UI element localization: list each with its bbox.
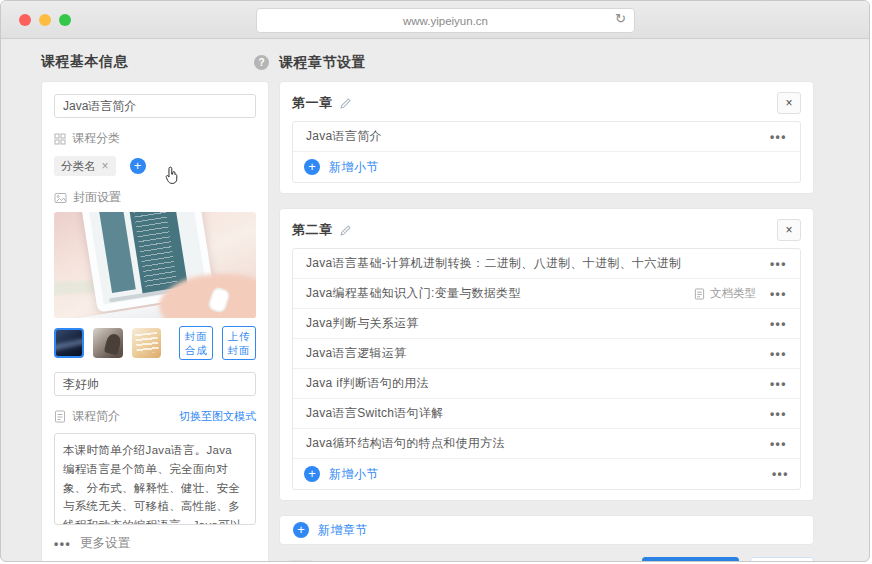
cover-thumbnails: 封面合成 上传封面 bbox=[54, 326, 256, 360]
cover-thumbnail-3[interactable] bbox=[132, 328, 162, 358]
remove-chapter-button[interactable] bbox=[777, 92, 801, 114]
section-row[interactable]: Java循环结构语句的特点和使用方法 bbox=[293, 428, 800, 458]
footer-actions: 更新课程是否通知 ! 确定保存 bbox=[279, 557, 814, 562]
confirm-save-button[interactable]: 确定保存 bbox=[642, 557, 739, 562]
course-title-input[interactable] bbox=[54, 94, 256, 118]
chapter-1-section-list: Java语言简介 新增小节 bbox=[292, 121, 801, 183]
more-settings-button[interactable]: 更多设置 bbox=[54, 535, 256, 552]
browser-window: www.yipeiyun.cn ↻ 课程基本信息 ? 课程章节设置 bbox=[0, 0, 870, 562]
section-row[interactable]: Java if判断语句的用法 bbox=[293, 368, 800, 398]
grid-icon bbox=[54, 133, 66, 145]
more-menu-icon[interactable] bbox=[770, 377, 787, 391]
reload-icon[interactable]: ↻ bbox=[615, 11, 626, 26]
add-category-button[interactable] bbox=[130, 158, 146, 174]
cover-label: 封面设置 bbox=[73, 189, 121, 206]
cancel-button[interactable]: 取消 bbox=[750, 557, 814, 562]
add-chapter-button[interactable]: 新增章节 bbox=[279, 515, 814, 545]
right-panel-title: 课程章节设置 bbox=[279, 54, 366, 70]
image-icon bbox=[54, 192, 67, 204]
chapter-settings-column: 第一章 Java语言简介 新增小节 bbox=[279, 81, 814, 562]
notify-label: 更新课程是否通知 bbox=[329, 562, 429, 563]
edit-chapter-icon[interactable] bbox=[340, 98, 351, 109]
traffic-lights bbox=[19, 14, 71, 26]
doc-type-badge: 文档类型 bbox=[694, 286, 756, 301]
section-row[interactable]: Java语言基础-计算机进制转换：二进制、八进制、十进制、十六进制 bbox=[293, 249, 800, 278]
category-tags: 分类名 bbox=[54, 155, 256, 177]
more-menu-icon[interactable] bbox=[770, 287, 787, 301]
page-content: 课程基本信息 ? 课程章节设置 课程分类 bbox=[1, 39, 869, 562]
add-section-button[interactable]: 新增小节 bbox=[293, 151, 800, 182]
remove-chapter-button[interactable] bbox=[777, 219, 801, 241]
more-menu-icon[interactable] bbox=[770, 407, 787, 421]
chapter-2-section-list: Java语言基础-计算机进制转换：二进制、八进制、十进制、十六进制 Java编程… bbox=[292, 248, 801, 490]
section-row[interactable]: Java语言逻辑运算 bbox=[293, 338, 800, 368]
plus-circle-icon bbox=[304, 466, 320, 482]
notify-toggle[interactable] bbox=[283, 560, 319, 562]
edit-chapter-icon[interactable] bbox=[340, 225, 351, 236]
left-panel-header: 课程基本信息 ? bbox=[41, 53, 269, 71]
document-icon bbox=[54, 410, 66, 423]
browser-chrome: www.yipeiyun.cn ↻ bbox=[1, 1, 869, 39]
right-panel-header: 课程章节设置 bbox=[279, 53, 366, 72]
section-row[interactable]: Java语言简介 bbox=[293, 122, 800, 151]
intro-label: 课程简介 bbox=[72, 408, 120, 425]
more-menu-icon[interactable] bbox=[770, 437, 787, 451]
left-panel-title: 课程基本信息 bbox=[41, 53, 128, 71]
section-row[interactable]: Java判断与关系运算 bbox=[293, 308, 800, 338]
intro-label-row: 课程简介 切换至图文模式 bbox=[54, 408, 256, 425]
add-section-button[interactable]: 新增小节 bbox=[293, 458, 800, 489]
section-row[interactable]: Java编程基础知识入门:变量与数据类型 文档类型 bbox=[293, 278, 800, 308]
cover-thumbnail-2[interactable] bbox=[93, 328, 123, 358]
page-header: 课程基本信息 ? 课程章节设置 bbox=[41, 49, 869, 75]
category-label: 课程分类 bbox=[72, 130, 120, 147]
chapter-card-2: 第二章 Java语言基础-计算机进制转换：二进制、八进制、十进制、十六进制 Ja… bbox=[279, 208, 814, 501]
category-label-row: 课程分类 bbox=[54, 130, 256, 147]
close-window-button[interactable] bbox=[19, 14, 31, 26]
category-tag-label: 分类名 bbox=[61, 159, 96, 174]
section-row[interactable]: Java语言Switch语句详解 bbox=[293, 398, 800, 428]
chapter-1-header: 第一章 bbox=[292, 92, 801, 114]
plus-circle-icon bbox=[293, 522, 309, 538]
cover-thumbnail-selected[interactable] bbox=[54, 328, 84, 358]
course-basic-info-card: 课程分类 分类名 bbox=[41, 81, 269, 562]
help-icon[interactable]: ? bbox=[254, 55, 269, 70]
cover-label-row: 封面设置 bbox=[54, 189, 256, 206]
course-intro-textarea[interactable]: 本课时简单介绍Java语言。Java 编程语言是个简单、完全面向对象、分布式、解… bbox=[54, 433, 256, 525]
ellipsis-icon bbox=[54, 537, 71, 551]
document-icon bbox=[694, 288, 705, 300]
plus-circle-icon bbox=[304, 159, 320, 175]
teacher-name-input[interactable] bbox=[54, 372, 256, 396]
chapter-2-title: 第二章 bbox=[292, 221, 333, 239]
chapter-1-title: 第一章 bbox=[292, 94, 333, 112]
maximize-window-button[interactable] bbox=[59, 14, 71, 26]
more-settings-label: 更多设置 bbox=[80, 535, 130, 552]
cover-preview-image bbox=[54, 212, 256, 318]
category-tag: 分类名 bbox=[54, 156, 116, 176]
upload-cover-button[interactable]: 上传封面 bbox=[222, 326, 256, 360]
more-menu-icon[interactable] bbox=[770, 347, 787, 361]
chapter-2-header: 第二章 bbox=[292, 219, 801, 241]
switch-mode-link[interactable]: 切换至图文模式 bbox=[179, 409, 256, 424]
more-menu-icon[interactable] bbox=[770, 257, 787, 271]
more-menu-icon[interactable] bbox=[770, 317, 787, 331]
cover-compose-button[interactable]: 封面合成 bbox=[179, 326, 213, 360]
remove-tag-icon[interactable] bbox=[102, 160, 109, 172]
chapter-card-1: 第一章 Java语言简介 新增小节 bbox=[279, 81, 814, 194]
address-bar[interactable]: www.yipeiyun.cn ↻ bbox=[256, 8, 635, 33]
more-menu-icon[interactable] bbox=[772, 467, 789, 481]
more-menu-icon[interactable] bbox=[770, 130, 787, 144]
url-text: www.yipeiyun.cn bbox=[403, 15, 488, 27]
minimize-window-button[interactable] bbox=[39, 14, 51, 26]
hand-cursor-icon bbox=[164, 166, 181, 186]
